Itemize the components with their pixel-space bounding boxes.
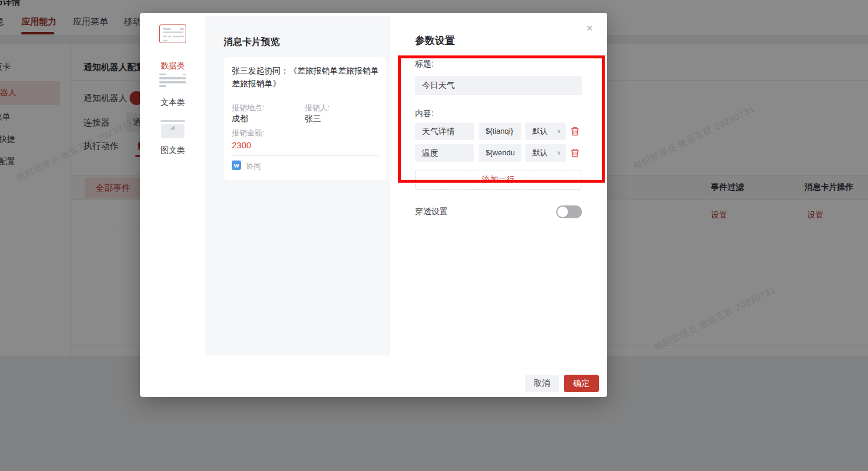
row-variable-value: ${wendu [486,144,515,162]
row-mode-value: 默认 [532,123,548,140]
card-field-label: 报销金额: [232,128,264,138]
row-mode-select[interactable]: 默认 ∨ [525,123,566,140]
card-field-label: 报销地点: [232,103,264,113]
row-variable-value: ${tianqi} [486,123,513,140]
screen: 布详情 消息 应用能力 应用菜单 移动端 页卡 机器人 菜单 息快捷 件配置 通… [0,0,868,471]
add-row-button[interactable]: 添加一行 [415,170,581,190]
collab-app-name: 协同 [246,161,261,172]
card-title: 张三发起协同：《差旅报销单差旅报销单差旅报销单》 [232,64,379,90]
row-name-input[interactable]: 天气详情 [415,123,474,140]
toggle-knob [557,207,568,217]
image-text-icon [161,120,185,139]
card-field-value: 张三 [305,114,321,124]
params-title: 参数设置 [415,34,455,47]
card-field-value: 成都 [232,114,248,124]
category-text-item[interactable] [140,74,205,88]
delete-row-icon[interactable] [570,126,580,137]
card-field-label: 报销人: [305,103,330,113]
row-variable-input[interactable]: ${wendu [479,144,521,162]
category-data-label[interactable]: 数据类 [140,61,205,71]
message-card-dialog: 数据类 文本类 图文类 消息卡片预览 张三发起协同：《差旅报销单差旅报销单差旅报… [140,13,607,397]
card-amount-value: 2300 [232,140,251,150]
close-icon[interactable]: × [583,21,597,35]
title-input-value: 今日天气 [422,76,455,95]
row-name-input[interactable]: 温度 [415,144,474,162]
row-mode-select[interactable]: 默认 ∨ [525,144,566,162]
collab-app-icon: w [232,161,241,170]
category-image-item[interactable] [140,120,205,139]
chevron-down-icon: ∨ [557,144,561,162]
passthrough-toggle[interactable] [556,205,582,218]
confirm-button[interactable]: 确定 [564,375,599,392]
row-name-value: 温度 [422,144,438,162]
category-text-label[interactable]: 文本类 [140,97,205,108]
delete-row-icon[interactable] [570,148,580,158]
message-card: 张三发起协同：《差旅报销单差旅报销单差旅报销单》 报销地点: 报销人: 成都 张… [224,57,386,180]
category-data-item[interactable] [140,25,205,43]
row-mode-value: 默认 [532,144,548,162]
chevron-down-icon: ∨ [557,123,561,140]
content-label: 内容: [415,109,434,119]
preview-title: 消息卡片预览 [224,36,280,48]
cancel-button[interactable]: 取消 [525,375,559,392]
data-card-icon [159,25,186,43]
title-label: 标题: [415,59,434,69]
text-lines-icon [159,74,186,88]
row-variable-input[interactable]: ${tianqi} [479,123,521,140]
title-input[interactable]: 今日天气 [415,76,582,95]
footer-divider [140,368,607,368]
row-name-value: 天气详情 [422,123,455,140]
category-image-label[interactable]: 图文类 [140,145,205,156]
card-divider [232,155,379,156]
passthrough-label: 穿透设置 [415,207,448,217]
